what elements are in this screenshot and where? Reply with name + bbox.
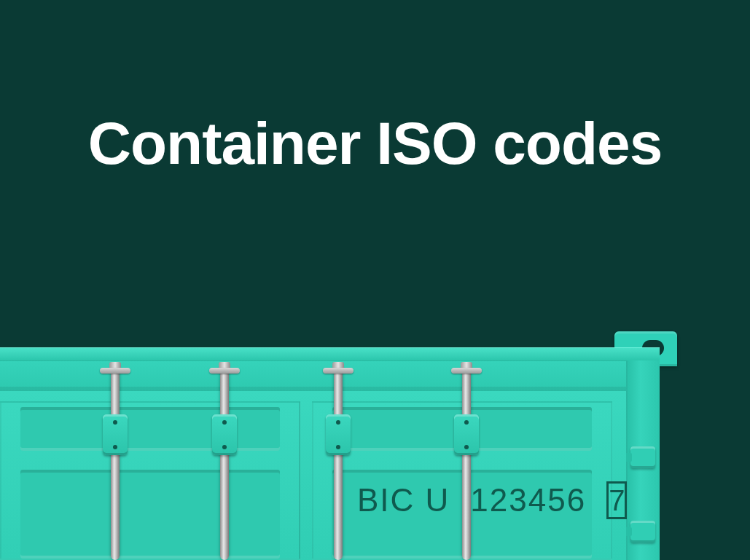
- locking-bar: [462, 366, 471, 560]
- bar-cam-handle: [209, 369, 240, 385]
- check-digit-box: 7: [606, 481, 627, 519]
- container-code: BIC U 123456 7: [357, 481, 616, 519]
- door-panel-recess: [20, 470, 280, 559]
- container-top-rail: [0, 347, 660, 360]
- serial-number: 123456: [470, 482, 586, 518]
- locking-bar: [334, 366, 343, 560]
- container-body: [0, 391, 626, 560]
- bar-keeper: [103, 414, 128, 455]
- bar-cam-handle: [100, 369, 130, 385]
- bar-keeper: [454, 414, 479, 455]
- container-door-left: [0, 401, 300, 560]
- door-hinge: [630, 521, 655, 543]
- shipping-container: BIC U 123456 7: [0, 347, 660, 560]
- bar-keeper: [212, 414, 237, 455]
- locking-bar: [111, 366, 120, 560]
- bar-cam-handle: [451, 369, 482, 385]
- page-title: Container ISO codes: [0, 109, 750, 178]
- bar-cam-handle: [323, 369, 353, 385]
- locking-bar: [220, 366, 229, 560]
- container-right-post: [626, 360, 660, 560]
- door-panel-recess: [20, 407, 280, 451]
- bar-keeper: [326, 414, 351, 455]
- door-hinge: [630, 446, 655, 468]
- owner-code: BIC U: [357, 482, 450, 518]
